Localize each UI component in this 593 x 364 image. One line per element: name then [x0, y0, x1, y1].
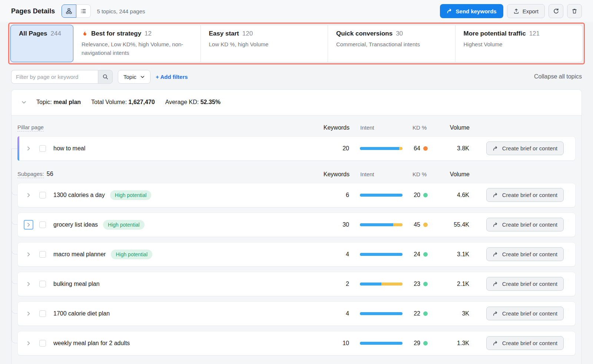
pillar-row-wrap: how to meal 20 64 3.8K Create brief or c…	[17, 136, 576, 161]
column-header-intent: Intent	[360, 171, 403, 177]
tab-quick-conversions[interactable]: Quick conversions 30 Commercial, Transac…	[328, 25, 455, 62]
subpage-row-wrap: 1300 calories a dayHigh potential6204.6K…	[17, 183, 576, 207]
tab-more-potential-traffic[interactable]: More potential traffic 121 Highest Volum…	[455, 25, 583, 62]
tab-count: 120	[242, 30, 253, 37]
send-keywords-label: Send keywords	[456, 8, 497, 14]
expand-chevron-icon[interactable]	[24, 338, 33, 348]
tabs-annotation-highlight: All Pages 244 Best for strategy 12 Relev…	[8, 23, 585, 64]
send-keywords-button[interactable]: Send keywords	[440, 4, 503, 18]
search-icon	[102, 74, 109, 80]
row-checkbox[interactable]	[39, 192, 46, 198]
filter-bar: Topic + Add filters Collapse all topics	[11, 70, 582, 84]
tab-subtitle: Relevance, Low KD%, high Volume, non-nav…	[82, 40, 193, 57]
tab-subtitle: Highest Volume	[464, 40, 575, 49]
subpage-row-wrap: weekly meal plan for 2 adults10291.3KCre…	[17, 331, 576, 355]
tree-connector	[11, 148, 17, 149]
kd-status-dot	[423, 282, 428, 286]
kd-value: 64	[402, 145, 420, 152]
intent-bar	[360, 223, 402, 226]
pillar-accent-bar	[17, 136, 19, 161]
volume-value: 3K	[432, 310, 469, 317]
tree-view-button[interactable]	[62, 4, 76, 18]
subpage-row-wrap: bulking meal plan2232.1KCreate brief or …	[17, 272, 576, 296]
column-header-volume: Volume	[433, 171, 470, 178]
page-name: weekly meal plan for 2 adults	[53, 340, 130, 347]
create-brief-button[interactable]: Create brief or content	[486, 141, 564, 155]
volume-value: 55.4K	[432, 221, 469, 228]
page-filter-tabs: All Pages 244 Best for strategy 12 Relev…	[10, 25, 583, 62]
refresh-button[interactable]	[549, 4, 563, 18]
tab-label: Easy start	[209, 30, 239, 37]
keywords-value: 2	[316, 281, 349, 287]
send-arrow-icon	[493, 192, 498, 198]
tab-best-for-strategy[interactable]: Best for strategy 12 Relevance, Low KD%,…	[73, 25, 201, 62]
kd-value: 22	[402, 310, 420, 317]
tab-all-pages[interactable]: All Pages 244	[10, 25, 73, 62]
volume-value: 3.1K	[432, 251, 469, 258]
kd-status-dot	[423, 146, 428, 151]
column-header-intent: Intent	[360, 124, 403, 131]
volume-value: 4.6K	[432, 192, 469, 198]
page-name: grocery list ideas	[53, 221, 98, 228]
tab-subtitle: Commercial, Transactional intents	[336, 40, 448, 49]
page-name: how to meal	[53, 145, 85, 152]
table-row: grocery list ideasHigh potential304555.4…	[17, 213, 576, 237]
row-checkbox[interactable]	[39, 310, 46, 317]
row-checkbox[interactable]	[39, 340, 46, 347]
export-button[interactable]: Export	[507, 4, 545, 18]
kd-value: 45	[402, 221, 420, 228]
page-keyword-filter-input[interactable]	[11, 70, 98, 84]
average-kd-value: 52.35%	[201, 99, 221, 105]
column-header-volume: Volume	[433, 124, 470, 131]
create-brief-button[interactable]: Create brief or content	[486, 336, 564, 350]
send-arrow-icon	[493, 281, 498, 287]
create-brief-button[interactable]: Create brief or content	[486, 247, 564, 261]
create-brief-label: Create brief or content	[502, 145, 557, 151]
row-checkbox[interactable]	[39, 145, 46, 152]
kd-status-dot	[423, 311, 428, 316]
create-brief-button[interactable]: Create brief or content	[486, 277, 564, 291]
column-header-kd: KD %	[403, 171, 433, 177]
intent-bar	[360, 253, 402, 256]
row-checkbox[interactable]	[39, 281, 46, 287]
volume-value: 3.8K	[432, 145, 469, 152]
expand-chevron-icon[interactable]	[24, 279, 33, 289]
tab-easy-start[interactable]: Easy start 120 Low KD %, high Volume	[201, 25, 328, 62]
app-header: Pages Details 5 topics, 244 pages Send k…	[0, 0, 593, 22]
create-brief-button[interactable]: Create brief or content	[486, 188, 564, 202]
tab-count: 244	[51, 30, 61, 37]
collapse-topic-chevron-icon[interactable]	[21, 100, 27, 105]
search-button[interactable]	[98, 70, 113, 84]
delete-button[interactable]	[567, 4, 582, 18]
kd-status-dot	[423, 341, 428, 345]
volume-value: 1.3K	[432, 340, 469, 347]
row-checkbox[interactable]	[39, 251, 46, 258]
add-filters-link[interactable]: + Add filters	[156, 74, 188, 80]
expand-chevron-icon[interactable]	[24, 144, 33, 153]
list-view-button[interactable]	[76, 4, 91, 18]
sitemap-icon	[66, 8, 72, 14]
subpages-label: Subpages:	[17, 171, 44, 178]
expand-chevron-icon[interactable]	[24, 190, 33, 200]
expand-chevron-icon[interactable]	[24, 309, 33, 318]
keywords-value: 20	[316, 145, 349, 152]
topic-pages-panel: Topic: meal plan Total Volume: 1,627,470…	[11, 89, 582, 364]
create-brief-button[interactable]: Create brief or content	[486, 218, 564, 231]
create-brief-label: Create brief or content	[502, 340, 557, 346]
expand-chevron-icon[interactable]	[24, 220, 33, 230]
expand-chevron-icon[interactable]	[24, 250, 33, 259]
create-brief-label: Create brief or content	[502, 221, 557, 228]
kd-value: 24	[402, 251, 420, 258]
send-arrow-icon	[493, 222, 498, 228]
column-header-keywords: Keywords	[316, 171, 349, 178]
tree-connector	[11, 214, 17, 225]
topic-dropdown-label: Topic	[123, 74, 136, 80]
column-header-keywords: Keywords	[316, 124, 349, 131]
table-row: 1700 calorie diet plan4223KCreate brief …	[17, 301, 576, 326]
create-brief-button[interactable]: Create brief or content	[486, 307, 564, 320]
topic-dropdown[interactable]: Topic	[118, 70, 150, 84]
row-checkbox[interactable]	[39, 221, 46, 228]
tab-count: 12	[145, 30, 152, 37]
collapse-all-topics-link[interactable]: Collapse all topics	[534, 73, 582, 80]
subpage-row-wrap: 1700 calorie diet plan4223KCreate brief …	[17, 301, 576, 326]
